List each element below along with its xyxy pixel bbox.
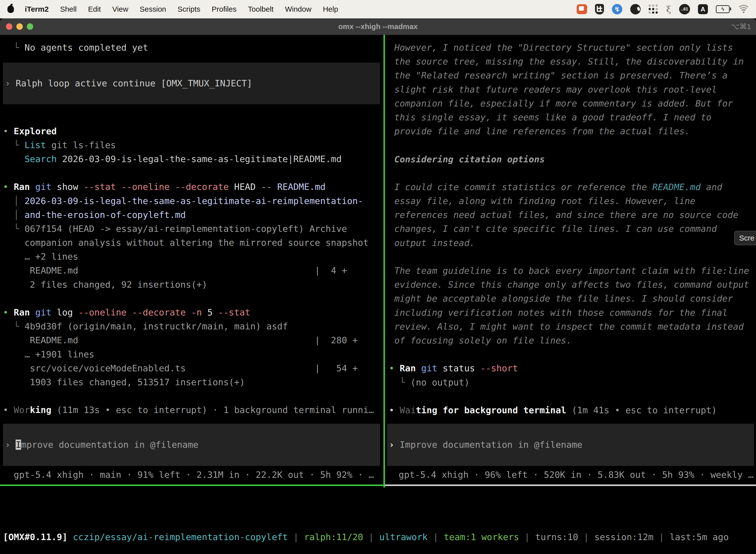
terminal-area: └ No agents completed yet › Ralph loop a… <box>0 35 756 554</box>
window-titlebar[interactable]: omx --xhigh --madmax ⌥⌘1 <box>0 18 756 35</box>
dark-disc-icon[interactable] <box>630 4 641 14</box>
menu-edit[interactable]: Edit <box>88 5 101 13</box>
omx-status-line: [OMX#0.11.9] cczip/essay/ai-reimplementa… <box>3 530 729 544</box>
left-prompt-input[interactable]: › Improve documentation in @filename <box>3 424 380 466</box>
menu-toolbelt[interactable]: Toolbelt <box>248 5 273 13</box>
menu-session[interactable]: Session <box>140 5 166 13</box>
left-terminal-pane[interactable]: └ No agents completed yet › Ralph loop a… <box>0 35 383 486</box>
ralph-loop-banner: › Ralph loop active continue [OMX_TMUX_I… <box>3 63 380 104</box>
battery-bolt-glyph: ϟ <box>721 6 724 12</box>
input-source-icon[interactable]: A <box>698 4 708 14</box>
right-prompt-input[interactable]: › Improve documentation in @filename <box>387 424 754 466</box>
chat-app-icon[interactable] <box>577 4 587 14</box>
menu-iterm2[interactable]: iTerm2 <box>25 5 49 13</box>
screen-share-chip[interactable]: Scre <box>734 231 756 245</box>
right-model-statusline: gpt-5.4 xhigh · 96% left · 520K in · 5.8… <box>385 468 756 482</box>
right-pane-output: However, I noticed the "Directory Struct… <box>385 41 756 417</box>
apple-icon[interactable] <box>7 5 14 13</box>
left-model-statusline: gpt-5.4 xhigh · main · 91% left · 2.31M … <box>0 468 383 482</box>
menu-window[interactable]: Window <box>285 5 312 13</box>
sync-badge-icon[interactable]: ↯ <box>612 4 622 14</box>
shield-grid-icon[interactable] <box>595 4 604 14</box>
window-title: omx --xhigh --madmax <box>0 18 756 35</box>
menu-help[interactable]: Help <box>323 5 338 13</box>
right-terminal-pane[interactable]: However, I noticed the "Directory Struct… <box>385 35 756 486</box>
menu-bar: iTerm2 Shell Edit View Session Scripts P… <box>0 0 756 18</box>
dots-grid-icon[interactable] <box>649 4 658 14</box>
left-pane-output: • Explored └ List git ls-files Search 20… <box>0 110 383 417</box>
wifi-icon[interactable] <box>738 5 750 14</box>
menu-scripts[interactable]: Scripts <box>178 5 200 13</box>
battery-badge-icon[interactable]: ..61 <box>679 4 690 14</box>
menu-profiles[interactable]: Profiles <box>211 5 236 13</box>
dragon-icon[interactable]: ξ <box>666 4 671 14</box>
menu-status-icons: ↯ ξ ..61 A ϟ <box>577 4 756 14</box>
iterm-window: omx --xhigh --madmax ⌥⌘1 └ No agents com… <box>0 18 756 554</box>
battery-icon[interactable]: ϟ <box>716 5 730 13</box>
window-shortcut-badge: ⌥⌘1 <box>731 18 751 35</box>
menu-shell[interactable]: Shell <box>60 5 77 13</box>
menu-view[interactable]: View <box>112 5 128 13</box>
